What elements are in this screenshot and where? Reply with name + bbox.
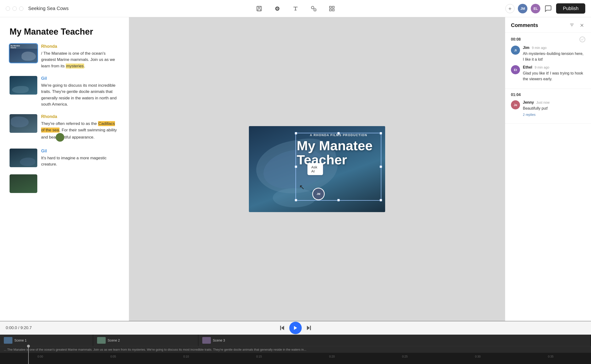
scene-item-3[interactable]: Scene 3 <box>199 335 591 346</box>
topbar: Seeking Sea Cows <box>0 0 591 17</box>
publish-button[interactable]: Publish <box>556 3 585 14</box>
skip-back-button[interactable] <box>277 323 287 333</box>
comment-entry-jim: Ji Jim 9 min ago Ah mysteries–building t… <box>511 46 585 62</box>
comment-section-2: 01:04 Je Jenny Just now Beautifully put!… <box>505 89 591 124</box>
scene-thumbnail[interactable] <box>10 114 37 133</box>
ruler-mark: 0:00 <box>4 355 77 358</box>
comment-body-ethel: Ethel 9 min ago Glad you like it! I was … <box>523 65 585 82</box>
video-preview-panel: A RHONDA FILMS PRODUCTION My Manatee Tea… <box>129 17 505 321</box>
ruler-mark: 0:10 <box>150 355 223 358</box>
transcript-content: Gil It's hard to imagine a more magestic… <box>41 149 119 168</box>
highlight-cadillac: Cadillacs of the sea <box>41 121 115 132</box>
transcript-item: My ManateeTeache Rhonda / The Manatee is… <box>10 44 119 69</box>
scene-label-2: Scene 2 <box>108 338 120 342</box>
play-button[interactable] <box>289 322 302 334</box>
window-controls <box>6 6 23 11</box>
scene-thumb-1 <box>4 337 13 344</box>
text-icon[interactable] <box>291 4 300 13</box>
grid-icon[interactable] <box>327 4 336 13</box>
scene-thumbnail[interactable] <box>10 76 37 95</box>
time-display: 0:00.0 / 9:20.7 <box>6 325 32 330</box>
resolved-icon[interactable] <box>579 37 585 42</box>
timestamp-bar: 00:08 <box>511 37 585 42</box>
svg-marker-18 <box>294 326 297 330</box>
transcript-item: Gil We're going to discuss its most incr… <box>10 76 119 107</box>
ruler-mark: 0:15 <box>223 355 295 358</box>
fullscreen-control[interactable] <box>19 6 23 11</box>
scene-label-3: Scene 3 <box>213 338 225 342</box>
transcript-text: They're often referred to as the Cadilla… <box>41 121 119 142</box>
scene-thumbnail[interactable] <box>10 149 37 167</box>
transcript-item: Rhonda They're often referred to as the … <box>10 114 119 142</box>
comment-text: Ah mysteries–building tension here, I li… <box>523 51 585 62</box>
save-icon[interactable] <box>255 4 264 13</box>
transcript-strip: ... The Manatee is one of the ocean's gr… <box>0 346 591 353</box>
video-background: A RHONDA FILMS PRODUCTION My Manatee Tea… <box>249 126 385 212</box>
comment-entry-jenny: Je Jenny Just now Beautifully put! 2 rep… <box>511 100 585 117</box>
transcript-panel: My Manatee Teacher My ManateeTeache Rhon… <box>0 17 129 321</box>
scene-item-1[interactable]: Scene 1 <box>0 335 93 346</box>
replies-link[interactable]: 2 replies <box>523 113 585 117</box>
transcript-content: Rhonda They're often referred to as the … <box>41 114 119 142</box>
timeline-area: Scene 1 Scene 2 Scene 3 ... The Manatee … <box>0 335 591 364</box>
transcript-text: It's hard to imagine a more magestic cre… <box>41 155 119 168</box>
highlight-mysteries: mysteries <box>66 64 84 69</box>
timeline-ruler: 0:00 0:05 0:10 0:15 0:20 0:25 0:30 0:35 <box>0 353 591 360</box>
shape-icon[interactable] <box>309 4 318 13</box>
close-control[interactable] <box>6 6 10 11</box>
close-icon[interactable] <box>578 22 585 29</box>
svg-marker-16 <box>281 326 284 330</box>
timestamp-1: 00:08 <box>511 37 521 42</box>
ask-ai-bubble[interactable]: Ask AI <box>307 163 323 175</box>
svg-rect-6 <box>314 9 316 11</box>
comment-body-jenny: Jenny Just now Beautifully put! 2 replie… <box>523 100 585 117</box>
comment-meta: Jenny Just now <box>523 100 585 105</box>
playhead[interactable] <box>28 346 29 364</box>
record-icon[interactable] <box>273 4 282 13</box>
avatar-jim: Ji <box>511 46 520 55</box>
transcript-item: Gil It's hard to imagine a more magestic… <box>10 149 119 168</box>
add-collaborator-button[interactable]: ＋ <box>505 4 514 13</box>
comment-time: 9 min ago <box>535 65 549 69</box>
comment-text: Glad you like it! I was trying to hook t… <box>523 71 585 82</box>
comment-meta: Ethel 9 min ago <box>523 65 585 70</box>
comment-toggle-button[interactable] <box>544 4 553 13</box>
cursor-pointer: ↖ <box>299 183 305 191</box>
ruler-mark: 0:25 <box>368 355 441 358</box>
svg-rect-7 <box>329 6 331 8</box>
transcript-content: Gil We're going to discuss its most incr… <box>41 76 119 107</box>
topbar-center-icons <box>255 4 336 13</box>
svg-rect-1 <box>258 9 261 11</box>
scene-thumb-2 <box>97 337 106 344</box>
transcript-item <box>10 174 119 193</box>
scene-bar: Scene 1 Scene 2 Scene 3 <box>0 335 591 346</box>
comments-header-icons <box>569 22 585 29</box>
avatar-user1: JM <box>518 4 527 13</box>
video-user-avatar: JM <box>312 188 325 200</box>
svg-rect-10 <box>332 9 334 11</box>
comments-panel: Comments 0 <box>505 17 591 321</box>
scene-item-2[interactable]: Scene 2 <box>93 335 199 346</box>
panel-title: My Manatee Teacher <box>10 27 119 37</box>
svg-rect-17 <box>280 326 281 330</box>
comments-header: Comments <box>505 17 591 33</box>
commenter-name: Jim <box>523 46 530 50</box>
skip-forward-button[interactable] <box>304 323 314 333</box>
svg-rect-0 <box>257 6 262 11</box>
comment-entry-ethel: Et Ethel 9 min ago Glad you like it! I w… <box>511 65 585 82</box>
svg-point-5 <box>311 6 314 9</box>
comment-text: Beautifully put! <box>523 106 585 111</box>
bottom-bar: 0:00.0 / 9:20.7 Scene 1 <box>0 321 591 364</box>
speaker-name: Rhonda <box>41 114 119 119</box>
comment-time: Just now <box>536 101 549 104</box>
scene-thumbnail[interactable]: My ManateeTeache <box>10 44 37 63</box>
commenter-name: Ethel <box>523 65 532 70</box>
ruler-mark: 0:35 <box>514 355 587 358</box>
commenter-name: Jenny <box>523 100 534 105</box>
scene-thumbnail[interactable] <box>10 174 37 193</box>
comment-time: 9 min ago <box>532 46 546 50</box>
app-title: Seeking Sea Cows <box>28 6 69 11</box>
minimize-control[interactable] <box>13 6 17 11</box>
filter-icon[interactable] <box>569 22 575 29</box>
avatar-user2: EL <box>531 4 540 13</box>
